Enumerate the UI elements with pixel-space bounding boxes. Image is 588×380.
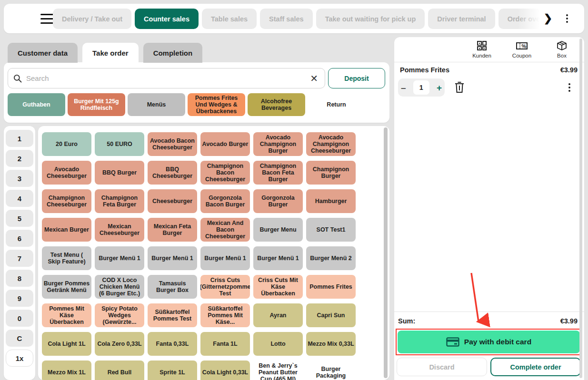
product-fanta-1l[interactable]: Fanta 1L	[200, 332, 250, 356]
product-pommes-mit-k-se-berbacken[interactable]: Pommes Mit Käse Überbacken	[42, 303, 91, 327]
chevron-right-icon[interactable]: ❯	[542, 12, 554, 25]
cart-scrollbar[interactable]	[579, 39, 582, 378]
product-burger-pommes-getr-nk-men[interactable]: Burger Pommes Getränk Menü	[42, 275, 91, 299]
product-tamasuis-burger-box[interactable]: Tamasuis Burger Box	[148, 275, 197, 299]
header-kebab-menu-icon[interactable]	[562, 12, 572, 25]
product-mezzo-mix-1l[interactable]: Mezzo Mix 1L	[42, 361, 91, 380]
category-burger-mit-125g-rindfleisch[interactable]: Burger Mit 125g Rindfleisch	[68, 93, 125, 116]
category-men-s[interactable]: Menüs	[128, 93, 185, 116]
product-s-kartoffel-pommes-test[interactable]: Süßkartoffel Pommes Test	[148, 303, 197, 327]
header-tab-order-overview[interactable]: Order overview	[498, 9, 542, 29]
product-avocado-cheeseburger[interactable]: Avocado Cheeseburger	[42, 161, 91, 185]
product-red-bull[interactable]: Red Bull	[95, 361, 144, 380]
product-ayran[interactable]: Ayran	[253, 303, 303, 327]
product-cheeseburger[interactable]: Cheeseburger	[148, 189, 197, 213]
product-s-kartoffel-pommes-mit-k-se[interactable]: Süßkartoffel Pommes Mit Käse...	[200, 303, 250, 327]
product-champignon-bacon-feta-burger[interactable]: Champignon Bacon Feta Burger	[253, 161, 303, 185]
product-spicy-potato-wedges-gew-rzte[interactable]: Spicy Potato Wedges (Gewürzte...	[95, 303, 144, 327]
order-tab-completion[interactable]: Completion	[143, 43, 203, 63]
product-hamburger[interactable]: Hamburger	[306, 189, 356, 213]
product-cola-light-0-33l[interactable]: Cola Light 0,33L	[200, 361, 250, 380]
delete-item-button[interactable]	[454, 81, 465, 95]
keypad-key-4[interactable]: 4	[6, 190, 33, 207]
product-avocado-burger[interactable]: Avocado Burger	[200, 132, 250, 156]
decrease-quantity-button[interactable]: –	[401, 83, 406, 92]
product-burger-men-1[interactable]: Burger Menü 1	[200, 246, 250, 270]
product-mezzo-mix-0-33l[interactable]: Mezzo Mix 0,33L	[306, 332, 356, 356]
product-mexican-feta-burger[interactable]: Mexican Feta Burger	[148, 218, 197, 242]
keypad-key-9[interactable]: 9	[6, 290, 33, 307]
order-tab-take-order[interactable]: Take order	[82, 43, 139, 63]
keypad-key-1x[interactable]: 1x	[6, 350, 33, 367]
product-test-menu-skip-feature[interactable]: Test Menu ( Skip Feature)	[42, 246, 91, 270]
product-cola-zero-0-33l[interactable]: Cola Zero 0,33L	[95, 332, 144, 356]
search-bar[interactable]: ✕	[8, 68, 325, 88]
product-burger-men-1[interactable]: Burger Menü 1	[253, 246, 303, 270]
product-ben-jerry-s-peanut-butter-cup-465-ml[interactable]: Ben & Jerry`s Peanut Butter Cup (465 Ml)	[253, 361, 303, 380]
product-sot-test1[interactable]: SOT Test1	[306, 218, 356, 242]
product-cod-x-loco-chicken-men-6-burger-etc[interactable]: COD X Loco Chicken Menü (6 Burger Etc.)	[95, 275, 144, 299]
search-input[interactable]	[26, 74, 303, 82]
keypad-key-8[interactable]: 8	[6, 270, 33, 287]
product-pommes-frites[interactable]: Pommes Frites	[306, 275, 356, 299]
product-lotto[interactable]: Lotto	[253, 332, 303, 356]
product-cola-light-1l[interactable]: Cola Light 1L	[42, 332, 91, 356]
product-avocado-champignon-burger[interactable]: Avocado Champignon Burger	[253, 132, 303, 156]
order-tab-customer-data[interactable]: Customer data	[8, 43, 78, 63]
keypad-key-7[interactable]: 7	[6, 250, 33, 267]
product-mexican-cheeseburger[interactable]: Mexican Cheeseburger	[95, 218, 144, 242]
product-mexican-burger[interactable]: Mexican Burger	[42, 218, 91, 242]
product-20-euro[interactable]: 20 Euro	[42, 132, 91, 156]
increase-quantity-button[interactable]: +	[437, 83, 442, 92]
product-champignon-feta-burger[interactable]: Champignon Feta Burger	[95, 189, 144, 213]
discard-button[interactable]: Discard	[397, 358, 487, 376]
product-criss-cuts-mit-k-se-berbacken[interactable]: Criss Cuts Mit Käse Überbacken	[253, 275, 303, 299]
product-gorgonzola-burger[interactable]: Gorgonzola Burger	[253, 189, 303, 213]
coupon-button[interactable]: % Coupon	[505, 40, 538, 62]
product-champignon-cheeseburger[interactable]: Champignon Cheeseburger	[42, 189, 91, 213]
header-tab-take-out-waiting-for-pick-up[interactable]: Take out waiting for pick up	[316, 9, 425, 29]
box-button[interactable]: Box	[545, 40, 578, 62]
keypad-key-1[interactable]: 1	[6, 130, 33, 147]
product-avocado-champignon-cheeseburger[interactable]: Avocado Champignon Cheeseburger	[306, 132, 356, 156]
keypad-key-3[interactable]: 3	[6, 170, 33, 187]
product-grid-scrollbar[interactable]	[384, 127, 388, 378]
category-alcohofree-beverages[interactable]: Alcohofree Beverages	[248, 93, 305, 116]
keypad-key-2[interactable]: 2	[6, 150, 33, 167]
product-avocado-bacon-cheeseburger[interactable]: Avocado Bacon Cheeseburger	[148, 132, 197, 156]
keypad-key-0[interactable]: 0	[6, 310, 33, 327]
complete-order-button[interactable]: Complete order	[490, 358, 581, 376]
product-fanta-0-33l[interactable]: Fanta 0,33L	[148, 332, 197, 356]
product-bbq-burger[interactable]: BBQ Burger	[95, 161, 144, 185]
product-criss-cuts-gitternetzpomme-test[interactable]: Criss Cuts (Gitternetzpomme Test	[200, 275, 250, 299]
deposit-button[interactable]: Deposit	[328, 68, 385, 88]
product-champignon-bacon-cheeseburger[interactable]: Champignon Bacon Cheeseburger	[200, 161, 250, 185]
product-sprite-1l[interactable]: Sprite 1L	[148, 361, 197, 380]
header-tab-staff-sales[interactable]: Staff sales	[260, 9, 313, 29]
product-bbq-cheeseburger[interactable]: BBQ Cheeseburger	[148, 161, 197, 185]
keypad-key-c[interactable]: C	[6, 330, 33, 347]
category-return[interactable]: Return	[308, 93, 365, 116]
product-capri-sun[interactable]: Capri Sun	[306, 303, 356, 327]
clear-search-icon[interactable]: ✕	[303, 73, 325, 84]
keypad-key-6[interactable]: 6	[6, 230, 33, 247]
header-tab-driver-terminal[interactable]: Driver terminal	[428, 9, 495, 29]
product-burger-men-1[interactable]: Burger Menü 1	[95, 246, 144, 270]
product-burger-menu[interactable]: Burger Menu	[253, 218, 303, 242]
category-pommes-frites-und-wedges-berbackenes[interactable]: Pommes Frites Und Wedges & Überbackenes	[188, 93, 245, 116]
item-options-kebab-icon[interactable]	[565, 81, 574, 94]
header-tab-delivery-take-out[interactable]: Delivery / Take out	[53, 9, 131, 29]
product-burger-men-1[interactable]: Burger Menü 1	[148, 246, 197, 270]
header-tab-counter-sales[interactable]: Counter sales	[135, 9, 199, 29]
category-guthaben[interactable]: Guthaben	[8, 93, 65, 116]
product-50-euro[interactable]: 50 EURO	[95, 132, 144, 156]
pay-with-debit-card-button[interactable]: Pay with debit card	[398, 331, 580, 353]
keypad-key-5[interactable]: 5	[6, 210, 33, 227]
header-tab-table-sales[interactable]: Table sales	[202, 9, 257, 29]
product-burger-packaging[interactable]: Burger Packaging	[306, 361, 356, 380]
product-gorgonzola-bacon-burger[interactable]: Gorgonzola Bacon Burger	[200, 189, 250, 213]
product-champignon-burger[interactable]: Champignon Burger	[306, 161, 356, 185]
product-burger-men-2[interactable]: Burger Menü 2	[306, 246, 356, 270]
product-mexican-and-bacon-cheeseburger[interactable]: Mexican And Bacon Cheeseburger	[200, 218, 250, 242]
customers-button[interactable]: Kunden	[465, 40, 498, 62]
